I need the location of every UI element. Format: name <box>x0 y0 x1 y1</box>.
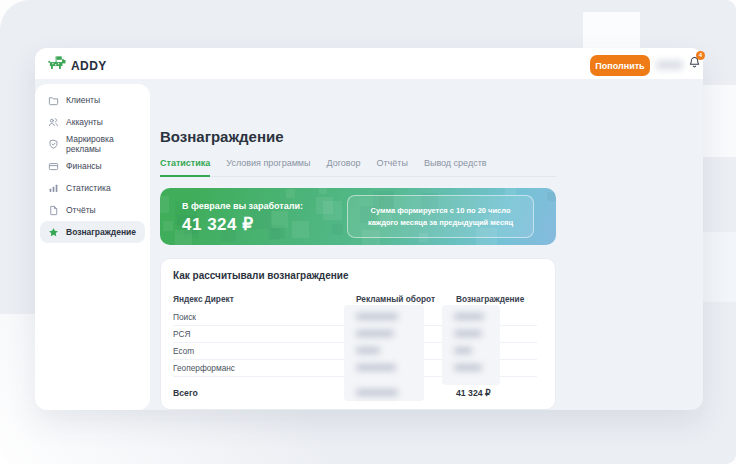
total-reward-value: 41 324 ₽ <box>456 388 491 398</box>
tab-program-terms[interactable]: Условия программы <box>226 158 310 177</box>
sidebar-item-clients[interactable]: Клиенты <box>40 89 145 111</box>
banner-label: В феврале вы заработали: <box>182 201 303 211</box>
banner-mosaic-square <box>268 228 280 240</box>
background-patch <box>703 85 736 157</box>
column-header-turnover: Рекламный оборот <box>356 294 435 304</box>
table-row-label: Геоперформанс <box>173 363 235 373</box>
reward-banner: В феврале вы заработали: 41 324 ₽ Сумма … <box>160 188 556 245</box>
statistics-icon <box>48 183 59 194</box>
banner-mosaic-square <box>160 196 169 213</box>
total-row-label: Всего <box>173 388 198 398</box>
addy-dog-icon <box>48 56 67 75</box>
redacted-value <box>454 313 484 320</box>
sidebar-item-accounts[interactable]: Аккаунты <box>40 111 145 133</box>
redacted-value <box>454 330 482 337</box>
tab-statistics[interactable]: Статистика <box>160 158 210 177</box>
ad-labeling-icon <box>48 139 59 150</box>
tab-bar: Статистика Условия программы Договор Отч… <box>160 158 556 177</box>
column-header-service: Яндекс Директ <box>173 294 234 304</box>
finance-icon <box>48 161 59 172</box>
sidebar-item-label: Финансы <box>66 161 102 171</box>
logo-text: ADDY <box>71 59 107 73</box>
tab-withdrawal[interactable]: Вывод средств <box>424 158 487 177</box>
banner-amount: 41 324 ₽ <box>182 214 254 235</box>
banner-mosaic-square <box>332 224 343 235</box>
redacted-value <box>356 347 380 354</box>
topup-button[interactable]: Пополнить <box>590 55 650 76</box>
sidebar-item-label: Статистика <box>66 183 111 193</box>
top-bar: ADDY Пополнить 4 <box>35 48 703 79</box>
notifications-badge: 4 <box>696 51 705 60</box>
app-screen: ADDY Пополнить 4 Клиенты <box>0 0 736 464</box>
sidebar-item-label: Аккаунты <box>66 117 103 127</box>
redacted-value <box>356 330 394 337</box>
redacted-value <box>454 364 482 371</box>
column-header-reward: Вознаграждение <box>456 294 524 304</box>
accounts-icon <box>48 117 59 128</box>
table-row-label: Поиск <box>173 312 196 322</box>
table-row-label: РСЯ <box>173 329 190 339</box>
clients-icon <box>48 95 59 106</box>
banner-mosaic-square <box>323 201 342 220</box>
banner-note: Сумма формируется с 10 по 20 число каждо… <box>347 195 534 238</box>
reward-calculation-card: Как рассчитывали вознаграждение Яндекс Д… <box>160 258 556 410</box>
redacted-value <box>454 347 472 354</box>
reports-icon <box>48 205 59 216</box>
sidebar-item-reports[interactable]: Отчёты <box>40 199 145 221</box>
redacted-turnover-column <box>344 305 424 401</box>
background-patch <box>703 232 736 302</box>
page-title: Вознаграждение <box>160 128 284 145</box>
banner-mosaic-square <box>163 221 173 231</box>
sidebar-item-ad-labeling[interactable]: Маркировка рекламы <box>40 133 145 155</box>
redacted-value <box>356 313 398 320</box>
sidebar-item-label: Клиенты <box>66 95 100 105</box>
account-name-redacted[interactable] <box>656 60 683 70</box>
sidebar: Клиенты Аккаунты Маркировка рекламы Фина… <box>35 84 150 410</box>
redacted-value <box>356 389 398 396</box>
addy-logo[interactable]: ADDY <box>48 56 107 75</box>
redacted-reward-column <box>442 305 500 385</box>
app-window: ADDY Пополнить 4 Клиенты <box>35 48 703 410</box>
sidebar-item-label: Маркировка рекламы <box>66 134 145 154</box>
redacted-value <box>356 364 396 371</box>
banner-mosaic-square <box>547 192 556 201</box>
banner-mosaic-square <box>505 188 516 195</box>
sidebar-item-label: Вознаграждение <box>66 227 136 237</box>
tab-contract[interactable]: Договор <box>327 158 361 177</box>
sidebar-item-label: Отчёты <box>66 205 96 215</box>
sidebar-item-reward[interactable]: Вознаграждение <box>40 221 145 243</box>
banner-mosaic-square <box>292 221 309 238</box>
table-row-label: Ecom <box>173 346 194 356</box>
sidebar-item-finance[interactable]: Финансы <box>40 155 145 177</box>
star-icon <box>48 227 59 238</box>
banner-mosaic-square <box>286 189 295 198</box>
tab-reports[interactable]: Отчёты <box>376 158 407 177</box>
sidebar-item-statistics[interactable]: Статистика <box>40 177 145 199</box>
banner-mosaic-square <box>319 188 327 194</box>
card-title: Как рассчитывали вознаграждение <box>173 270 349 281</box>
